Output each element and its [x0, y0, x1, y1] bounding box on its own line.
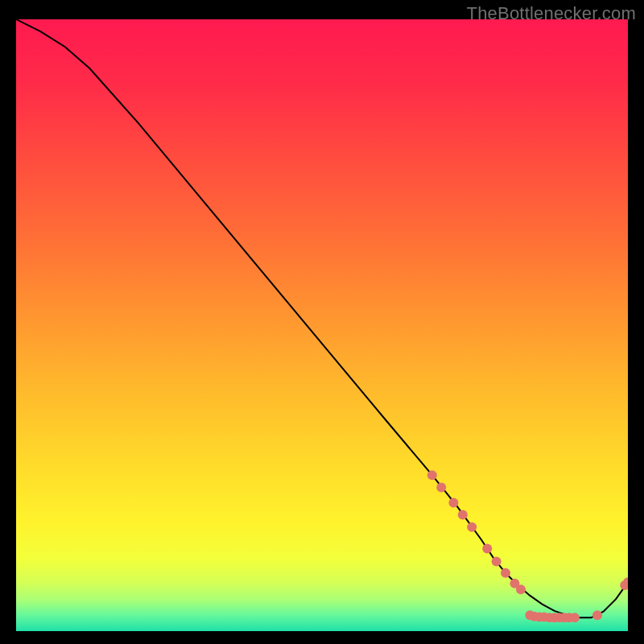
- chart-stage: TheBottlenecker.com: [0, 0, 644, 644]
- plot-area: [16, 19, 628, 631]
- data-marker: [467, 522, 477, 532]
- data-marker: [570, 613, 580, 622]
- data-marker: [492, 556, 502, 566]
- data-marker: [427, 470, 437, 480]
- data-marker: [482, 543, 492, 553]
- data-marker: [516, 584, 526, 594]
- plot-svg: [16, 19, 628, 631]
- data-marker: [458, 510, 468, 520]
- data-marker: [592, 610, 602, 620]
- data-marker: [448, 497, 458, 507]
- data-marker: [436, 482, 446, 492]
- attribution-text: TheBottlenecker.com: [467, 3, 636, 24]
- data-marker: [501, 568, 510, 578]
- heat-rect: [16, 19, 628, 631]
